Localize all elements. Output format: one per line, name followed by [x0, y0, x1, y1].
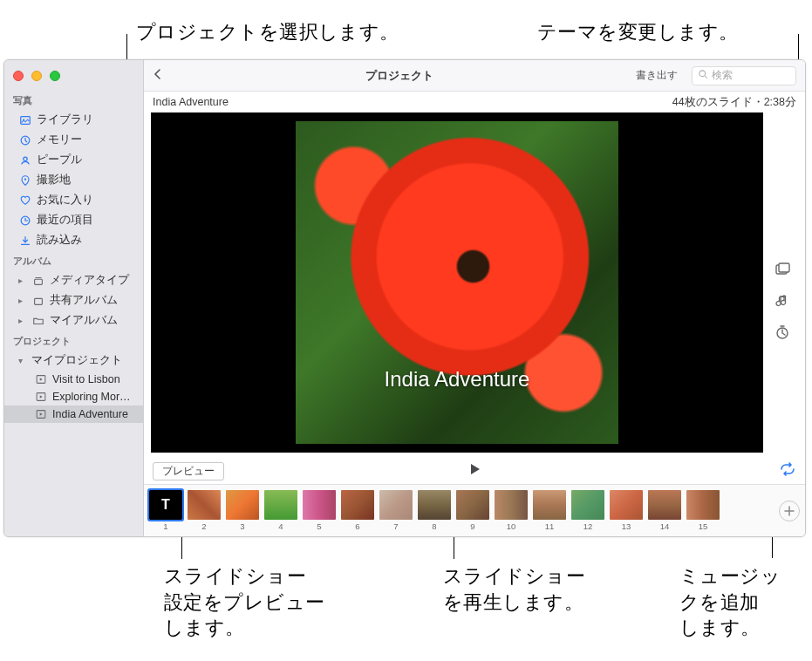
close-button[interactable] — [13, 71, 24, 81]
preview-area: India Adventure — [144, 112, 805, 458]
thumbnail-number: 12 — [583, 521, 593, 531]
svg-point-4 — [24, 178, 25, 180]
thumbnail[interactable]: 14 — [648, 490, 681, 531]
search-placeholder: 検索 — [712, 68, 733, 83]
sidebar-item-label: Exploring Mor… — [52, 391, 131, 403]
sidebar-item-my-projects[interactable]: ▾マイプロジェクト — [4, 351, 143, 371]
thumbnail-number: 1 — [163, 521, 167, 531]
sidebar-item-favorites[interactable]: お気に入り — [4, 190, 143, 210]
sidebar-project-1[interactable]: Visit to Lisbon — [4, 371, 143, 388]
info-bar: India Adventure 44枚のスライド・2:38分 — [144, 92, 805, 112]
chevron-down-icon: ▾ — [18, 356, 26, 365]
sidebar-item-places[interactable]: 撮影地 — [4, 170, 143, 190]
thumbnail-number: 11 — [545, 521, 555, 531]
annotation-play: スライドショー を再生します。 — [443, 563, 585, 615]
project-name: India Adventure — [153, 96, 229, 108]
annotation-preview: スライドショー 設定をプレビュー します。 — [164, 563, 325, 641]
thumbnail-number: 2 — [201, 521, 206, 531]
main-content: プロジェクト 書き出す 検索 India Adventure 44枚のスライド・… — [144, 60, 805, 536]
sidebar-item-label: マイアルバム — [50, 313, 118, 328]
sidebar-item-label: お気に入り — [37, 193, 93, 208]
sidebar-project-3[interactable]: India Adventure — [4, 405, 143, 423]
thumbnail-number: 5 — [317, 521, 321, 531]
app-window: 写真 ライブラリ メモリー ピープル 撮影地 お気に入り 最近の項目 読み込み … — [3, 59, 806, 537]
window-controls — [13, 71, 60, 81]
thumbnail-number: 3 — [240, 521, 244, 531]
slideshow-status: 44枚のスライド・2:38分 — [672, 95, 796, 110]
svg-point-11 — [699, 71, 706, 77]
sidebar-item-recent[interactable]: 最近の項目 — [4, 210, 143, 230]
sidebar: 写真 ライブラリ メモリー ピープル 撮影地 お気に入り 最近の項目 読み込み … — [4, 60, 144, 536]
thumbnail[interactable]: 10 — [495, 490, 528, 531]
annotation-change-theme: テーマを変更します。 — [537, 19, 738, 45]
add-slide-button[interactable] — [779, 501, 800, 521]
library-icon — [18, 114, 31, 126]
thumbnail[interactable]: 3 — [226, 490, 259, 531]
heart-icon — [18, 194, 31, 207]
thumbnail-title-slide[interactable]: 1 — [149, 490, 182, 531]
thumbnail[interactable]: 8 — [418, 490, 451, 531]
sidebar-item-label: ライブラリ — [37, 112, 93, 127]
sidebar-item-label: 撮影地 — [37, 173, 71, 187]
thumbnail-strip: 1 2 3 4 5 6 7 8 9 10 11 12 13 14 15 — [144, 484, 805, 536]
thumbnail[interactable]: 12 — [571, 490, 604, 531]
sidebar-item-library[interactable]: ライブラリ — [4, 110, 143, 130]
callout-line — [454, 537, 454, 559]
sidebar-item-label: India Adventure — [52, 408, 128, 420]
thumbnail-number: 15 — [699, 521, 708, 531]
slideshow-tools — [767, 112, 798, 453]
music-button[interactable] — [774, 292, 791, 310]
sidebar-item-label: マイプロジェクト — [31, 353, 122, 368]
sidebar-item-media-types[interactable]: ▸メディアタイプ — [4, 270, 143, 290]
thumbnail[interactable]: 15 — [686, 490, 720, 531]
annotation-music: ミュージッ クを追加 します。 — [679, 563, 781, 641]
folder-icon — [31, 315, 44, 327]
play-button[interactable] — [467, 461, 482, 480]
sidebar-item-label: Visit to Lisbon — [52, 373, 120, 385]
sidebar-item-label: 共有アルバム — [50, 293, 118, 308]
sidebar-item-memories[interactable]: メモリー — [4, 130, 143, 150]
chevron-right-icon: ▸ — [18, 316, 26, 325]
sidebar-item-imports[interactable]: 読み込み — [4, 230, 143, 250]
thumbnail[interactable]: 6 — [341, 490, 374, 531]
toolbar: プロジェクト 書き出す 検索 — [144, 60, 805, 92]
sidebar-item-label: メディアタイプ — [50, 273, 129, 288]
sidebar-item-my-albums[interactable]: ▸マイアルバム — [4, 310, 143, 330]
preview-button[interactable]: プレビュー — [153, 462, 224, 480]
svg-rect-13 — [779, 263, 789, 272]
sidebar-item-people[interactable]: ピープル — [4, 150, 143, 170]
thumbnail[interactable]: 4 — [264, 490, 297, 531]
back-button[interactable] — [153, 68, 170, 84]
thumbnail[interactable]: 2 — [188, 490, 221, 531]
svg-point-3 — [23, 157, 26, 160]
theme-button[interactable] — [774, 261, 791, 278]
thumbnail-number: 6 — [355, 521, 359, 531]
sidebar-item-label: メモリー — [37, 133, 82, 147]
thumbnail-number: 4 — [278, 521, 283, 531]
callout-line — [181, 537, 182, 559]
export-button[interactable]: 書き出す — [629, 66, 685, 85]
play-icon — [34, 408, 47, 420]
stack-icon — [31, 275, 44, 287]
sidebar-item-label: 最近の項目 — [37, 213, 93, 228]
sidebar-project-2[interactable]: Exploring Mor… — [4, 388, 143, 405]
thumbnail[interactable]: 11 — [533, 490, 566, 531]
thumbnail-number: 13 — [622, 521, 631, 531]
minimize-button[interactable] — [31, 71, 42, 81]
thumbnail[interactable]: 5 — [303, 490, 336, 531]
play-icon — [34, 391, 47, 403]
thumbnail[interactable]: 13 — [610, 490, 643, 531]
thumbnail-number: 7 — [393, 521, 398, 531]
play-icon — [34, 373, 47, 385]
thumbnail[interactable]: 9 — [456, 490, 489, 531]
loop-button[interactable] — [779, 462, 796, 480]
sidebar-item-shared[interactable]: ▸共有アルバム — [4, 290, 143, 310]
zoom-button[interactable] — [50, 71, 60, 81]
search-field[interactable]: 検索 — [692, 66, 796, 85]
sidebar-item-label: 読み込み — [37, 233, 82, 248]
search-icon — [698, 69, 708, 82]
current-slide-photo — [296, 121, 618, 444]
sidebar-section-photos: 写真 — [4, 90, 143, 110]
thumbnail[interactable]: 7 — [379, 490, 413, 531]
duration-button[interactable] — [774, 324, 791, 341]
